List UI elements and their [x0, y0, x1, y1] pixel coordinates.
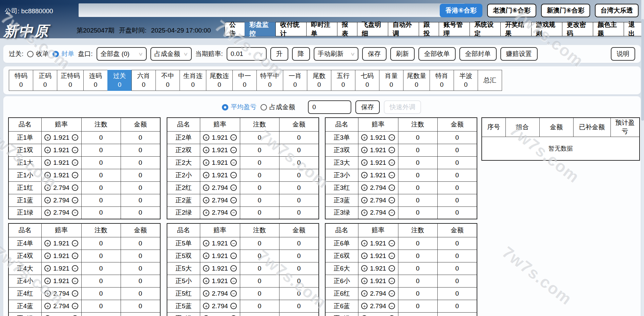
plus-circle-icon[interactable]: + — [203, 303, 209, 309]
close-radio-label[interactable]: 封单 — [61, 50, 74, 58]
scrollbar[interactable] — [641, 0, 644, 316]
bet-type-tab[interactable]: 肖量0 — [379, 70, 403, 91]
plus-circle-icon[interactable]: + — [361, 265, 368, 272]
nav-button[interactable]: 更改密码 — [562, 22, 593, 36]
minus-circle-icon[interactable]: − — [230, 290, 237, 297]
minus-circle-icon[interactable]: − — [72, 159, 78, 166]
minus-circle-icon[interactable]: − — [72, 172, 78, 178]
minus-circle-icon[interactable]: − — [230, 172, 237, 178]
minus-circle-icon[interactable]: − — [72, 197, 78, 203]
bet-type-tab[interactable]: 半波0 — [454, 70, 478, 91]
game-button[interactable]: 香港⑥合彩 — [440, 4, 482, 17]
minus-circle-icon[interactable]: − — [389, 253, 395, 259]
plus-circle-icon[interactable]: + — [361, 210, 368, 216]
plus-circle-icon[interactable]: + — [203, 184, 209, 191]
bet-type-tab[interactable]: 七码0 — [355, 70, 379, 91]
minus-circle-icon[interactable]: − — [389, 159, 395, 166]
bet-type-tab[interactable]: 尾数连0 — [206, 70, 233, 91]
minus-circle-icon[interactable]: − — [72, 303, 78, 309]
plus-circle-icon[interactable]: + — [203, 290, 209, 297]
plus-circle-icon[interactable]: + — [361, 134, 368, 141]
nav-button[interactable]: 系统设定 — [470, 22, 501, 36]
minus-circle-icon[interactable]: − — [230, 197, 237, 203]
plus-circle-icon[interactable]: + — [203, 240, 209, 246]
minus-circle-icon[interactable]: − — [389, 197, 395, 203]
plus-circle-icon[interactable]: + — [44, 210, 51, 216]
minus-circle-icon[interactable]: − — [389, 240, 395, 246]
bet-type-tab[interactable]: 中一0 — [232, 70, 257, 91]
minus-circle-icon[interactable]: − — [389, 210, 395, 216]
bet-type-tab[interactable]: 正特码0 — [57, 70, 84, 91]
odds-up-button[interactable]: 升 — [270, 47, 288, 61]
sub-save-button[interactable]: 保存 — [355, 100, 380, 114]
bet-type-tab[interactable]: 六肖0 — [131, 70, 156, 91]
plus-circle-icon[interactable]: + — [203, 172, 209, 178]
nav-button[interactable]: 退出 — [624, 22, 644, 36]
radio-checked-icon[interactable] — [53, 51, 59, 57]
plus-circle-icon[interactable]: + — [361, 147, 368, 153]
plus-circle-icon[interactable]: + — [361, 172, 368, 178]
plus-circle-icon[interactable]: + — [203, 265, 209, 272]
plus-circle-icon[interactable]: + — [361, 184, 368, 191]
plus-circle-icon[interactable]: + — [44, 159, 51, 166]
plus-circle-icon[interactable]: + — [361, 303, 368, 309]
minus-circle-icon[interactable]: − — [230, 147, 237, 153]
minus-circle-icon[interactable]: − — [72, 240, 78, 246]
help-button[interactable]: 说明 — [611, 47, 635, 61]
plus-circle-icon[interactable]: + — [361, 253, 368, 259]
minus-circle-icon[interactable]: − — [389, 147, 395, 153]
receive-all-button[interactable]: 全部收单 — [418, 47, 456, 61]
game-button[interactable]: 新澳门⑥合彩 — [541, 4, 590, 17]
bet-type-tab[interactable]: 正码0 — [33, 70, 57, 91]
game-button[interactable]: 老澳门⑥合彩 — [487, 4, 536, 17]
nav-button[interactable]: 自动外调 — [388, 22, 419, 36]
plus-circle-icon[interactable]: + — [44, 184, 51, 191]
ratio-amount-label[interactable]: 占成金额 — [269, 103, 295, 112]
nav-button[interactable]: 即时注单 — [306, 22, 337, 36]
board-select[interactable]: 全部盘 (0) ∨ — [97, 47, 147, 61]
minus-circle-icon[interactable]: − — [389, 278, 395, 284]
bet-type-tab[interactable]: 尾数0 — [307, 70, 331, 91]
save-button[interactable]: 保存 — [362, 47, 387, 61]
nav-button[interactable]: 开奖结果 — [500, 22, 532, 36]
nav-button[interactable]: 游戏规则 — [531, 22, 562, 36]
plus-circle-icon[interactable]: + — [44, 197, 51, 203]
minus-circle-icon[interactable]: − — [389, 172, 395, 178]
plus-circle-icon[interactable]: + — [203, 253, 209, 259]
odds-down-button[interactable]: 降 — [292, 47, 310, 61]
plus-circle-icon[interactable]: + — [44, 303, 51, 309]
minus-circle-icon[interactable]: − — [230, 253, 237, 259]
nav-button[interactable]: 颜色主题 — [593, 22, 624, 36]
minus-circle-icon[interactable]: − — [72, 253, 78, 259]
plus-circle-icon[interactable]: + — [44, 172, 51, 178]
plus-circle-icon[interactable]: + — [361, 159, 368, 166]
minus-circle-icon[interactable]: − — [230, 159, 237, 166]
nav-button[interactable]: 报表 — [337, 22, 357, 36]
bet-type-tab[interactable]: 特肖0 — [430, 70, 454, 91]
plus-circle-icon[interactable]: + — [203, 278, 209, 284]
plus-circle-icon[interactable]: + — [203, 210, 209, 216]
odds-setting-button[interactable]: 赚赔设置 — [500, 47, 538, 61]
plus-circle-icon[interactable]: + — [203, 197, 209, 203]
ratio-select[interactable]: 占成金额 ∨ — [150, 47, 192, 61]
bet-type-tab[interactable]: 特平中0 — [256, 70, 283, 91]
nav-button[interactable]: 账号管理 — [439, 22, 470, 36]
plus-circle-icon[interactable]: + — [361, 290, 368, 297]
minus-circle-icon[interactable]: − — [389, 134, 395, 141]
plus-circle-icon[interactable]: + — [44, 290, 51, 297]
bet-type-tab[interactable]: 连码0 — [83, 70, 108, 91]
odds-step-select[interactable]: 0.01 ∨ — [227, 47, 267, 61]
ratio-amount-radio[interactable]: 占成金额 — [261, 103, 295, 112]
minus-circle-icon[interactable]: − — [230, 210, 237, 216]
bet-type-tab[interactable]: 生肖连0 — [180, 70, 206, 91]
avg-profit-radio[interactable]: 平均盈亏 — [222, 103, 256, 112]
plus-circle-icon[interactable]: + — [361, 240, 368, 246]
minus-circle-icon[interactable]: − — [230, 278, 237, 284]
bet-type-tab[interactable]: 不中0 — [155, 70, 180, 91]
nav-button[interactable]: 收付统计 — [275, 22, 307, 36]
minus-circle-icon[interactable]: − — [72, 278, 78, 284]
bet-type-tab[interactable]: 尾数量0 — [403, 70, 430, 91]
plus-circle-icon[interactable]: + — [44, 253, 51, 259]
plus-circle-icon[interactable]: + — [44, 278, 51, 284]
plus-circle-icon[interactable]: + — [361, 278, 368, 284]
